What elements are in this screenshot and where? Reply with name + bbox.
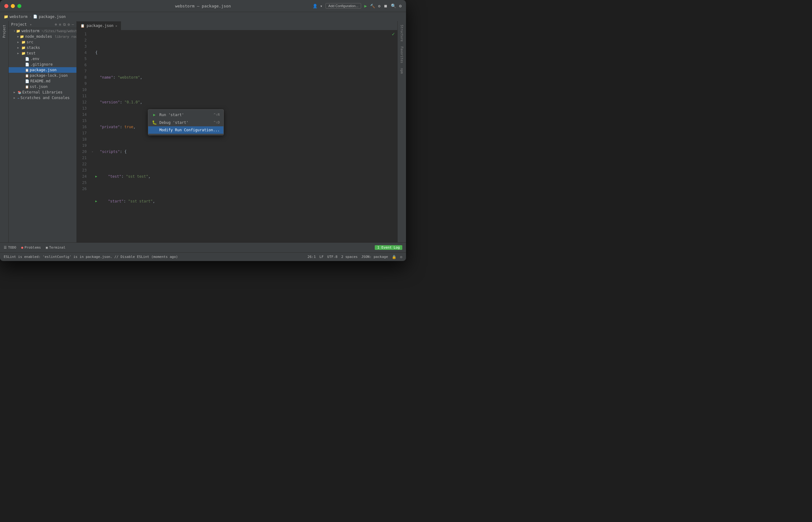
problems-button[interactable]: ● Problems	[21, 245, 41, 249]
problems-label: Problems	[24, 245, 41, 249]
terminal-icon: ▣	[46, 245, 48, 249]
run-marker-7[interactable]: ▶	[95, 198, 99, 204]
debug-icon[interactable]: ⚙	[378, 4, 381, 8]
tree-item-stacks[interactable]: ▶ 📁 stacks	[9, 45, 77, 51]
tree-item-scratches[interactable]: ▶ ✏️ Scratches and Consoles	[9, 95, 77, 101]
run-icon[interactable]: ▶	[364, 3, 367, 8]
right-tab-npm[interactable]: npm	[399, 66, 405, 76]
maximize-button[interactable]	[17, 4, 21, 8]
context-menu: ▶ Run 'start' ^⇧R 🐛 Debug 'start' ^⇧D Mo…	[148, 109, 224, 135]
terminal-label: Terminal	[49, 245, 66, 249]
fold-5[interactable]: ▿	[91, 148, 95, 155]
file-type[interactable]: JSON: package	[361, 255, 388, 259]
tab-file-icon: 📋	[81, 24, 85, 28]
add-configuration-button[interactable]: Add Configuration...	[326, 3, 361, 9]
terminal-button[interactable]: ▣ Terminal	[46, 245, 66, 249]
encoding[interactable]: UTF-8	[327, 255, 338, 259]
close-icon[interactable]: —	[72, 22, 74, 27]
user-icon[interactable]: 👤 ▾	[313, 4, 322, 8]
title-bar: webstorm – package.json 👤 ▾ Add Configur…	[0, 0, 406, 12]
code-line-4: "private": true,	[91, 124, 397, 130]
window-title: webstorm – package.json	[175, 4, 231, 8]
json-icon: 📋	[25, 68, 29, 72]
stop-icon[interactable]: ⏹	[384, 4, 388, 8]
tree-item-external-libraries[interactable]: ▶ 📚 External Libraries	[9, 89, 77, 95]
status-right: 26:1 LF UTF-8 2 spaces JSON: package 🔒 ⚙	[308, 255, 402, 259]
env-icon: 📄	[25, 57, 29, 61]
right-tab-structure[interactable]: Structure	[399, 22, 405, 44]
code-line-5: ▿ "scripts": {	[91, 148, 397, 155]
left-sidebar-tabs: Project	[0, 21, 9, 242]
tree-item-webstorm[interactable]: ▾ 📁 webstorm ~/Sites/fwang/webstorm	[9, 28, 77, 34]
right-sidebar-tabs: Structure Favorites npm	[397, 21, 406, 242]
file-tree-panel: Project ▾ ⊕ ≡ ⧉ ⚙ — ▾ 📁 webstorm ~/Sites…	[9, 21, 77, 242]
ctx-run-start[interactable]: ▶ Run 'start' ^⇧R	[148, 111, 224, 119]
problems-icon: ●	[21, 245, 23, 249]
close-button[interactable]	[4, 4, 8, 8]
editor-tab-package-json[interactable]: 📋 package.json ✕	[77, 21, 121, 30]
md-icon: 📄	[25, 79, 29, 83]
tree-item-test[interactable]: ▶ 📁 test	[9, 51, 77, 56]
ctx-debug-start[interactable]: 🐛 Debug 'start' ^⇧D	[148, 119, 224, 126]
editor-area: 📋 package.json ✕ ✓ 12345 678910 11121314…	[77, 21, 397, 242]
status-bar: ESLint is enabled: 'eslintConfig' is in …	[0, 252, 406, 261]
expand-arrow: ▾	[14, 29, 15, 33]
tree-item-readme[interactable]: 📄 README.md	[9, 78, 77, 84]
breadcrumb-separator: ›	[29, 15, 32, 19]
code-content: { "name": "webstorm", "version": "0.1.0"…	[89, 31, 397, 242]
code-line-1: {	[91, 49, 397, 56]
gear-icon[interactable]: ⚙	[68, 22, 70, 27]
run-marker-6[interactable]: ▶	[95, 174, 99, 180]
indent-setting[interactable]: 2 spaces	[341, 255, 358, 259]
cursor-position[interactable]: 26:1	[308, 255, 316, 259]
line-ending[interactable]: LF	[319, 255, 324, 259]
tree-item-sst-json[interactable]: 📋 sst.json	[9, 84, 77, 89]
json-lock-icon: 📋	[25, 74, 29, 77]
tab-close-button[interactable]: ✕	[116, 24, 117, 27]
sidebar-tab-project[interactable]: Project	[1, 22, 7, 40]
tree-item-env[interactable]: 📄 .env	[9, 56, 77, 62]
locate-icon[interactable]: ⊕	[55, 22, 57, 27]
collapse-icon[interactable]: ≡	[59, 22, 61, 27]
vcs-icon[interactable]: ⚙	[400, 255, 402, 259]
ctx-modify-label: Modify Run Configuration...	[159, 128, 220, 132]
tree-item-src[interactable]: ▶ 📁 src	[9, 39, 77, 45]
line-numbers: 12345 678910 1112131415 1617181920 21222…	[77, 31, 89, 242]
project-label: Project	[11, 22, 27, 27]
right-tab-favorites[interactable]: Favorites	[399, 44, 405, 66]
run-icon: ▶	[152, 113, 157, 117]
ctx-modify-config[interactable]: Modify Run Configuration...	[148, 126, 224, 134]
ctx-run-label: Run 'start'	[159, 113, 184, 117]
tree-item-package-lock-json[interactable]: 📋 package-lock.json	[9, 73, 77, 78]
code-line-9	[91, 241, 397, 242]
breadcrumb-project[interactable]: 📁 webstorm	[4, 15, 27, 19]
sst-json-icon: 📋	[25, 85, 29, 88]
event-log-button[interactable]: 1 Event Log	[375, 245, 402, 250]
file-tree-header: Project ▾ ⊕ ≡ ⧉ ⚙ —	[9, 21, 77, 28]
dropdown-arrow[interactable]: ▾	[30, 23, 32, 26]
tree-item-package-json[interactable]: 📋 package.json	[9, 67, 77, 73]
code-editor[interactable]: ✓ 12345 678910 1112131415 1617181920 212…	[77, 31, 397, 242]
settings-icon[interactable]: ⚙	[399, 3, 402, 8]
todo-icon: ☰	[4, 245, 7, 249]
filter-icon[interactable]: ⧉	[63, 22, 66, 27]
folder-icon: 📁	[16, 29, 20, 33]
ctx-debug-label: Debug 'start'	[159, 120, 188, 125]
breadcrumb: 📁 webstorm › 📄 package.json	[0, 12, 406, 21]
tree-item-gitignore[interactable]: 📄 .gitignore	[9, 62, 77, 67]
toolbar-right: 👤 ▾ Add Configuration... ▶ 🔨 ⚙ ⏹ 🔍 ⚙	[313, 3, 402, 9]
file-icon: 📄	[33, 15, 38, 19]
minimize-button[interactable]	[11, 4, 15, 8]
traffic-lights	[4, 4, 21, 8]
tree-item-node-modules[interactable]: ▶ 📁 node_modules library root	[9, 34, 77, 39]
gitignore-icon: 📄	[25, 63, 29, 66]
search-icon[interactable]: 🔍	[391, 3, 396, 8]
header-icons: ⊕ ≡ ⧉ ⚙ —	[55, 22, 74, 27]
lock-icon[interactable]: 🔒	[392, 255, 396, 259]
todo-button[interactable]: ☰ TODO	[4, 245, 16, 249]
build-icon[interactable]: 🔨	[370, 4, 375, 8]
external-lib-icon: 📚	[18, 91, 21, 94]
bottom-toolbar: ☰ TODO ● Problems ▣ Terminal 1 Event Log	[0, 242, 406, 252]
folder-icon: 📁	[4, 15, 8, 19]
breadcrumb-file[interactable]: 📄 package.json	[33, 15, 66, 19]
